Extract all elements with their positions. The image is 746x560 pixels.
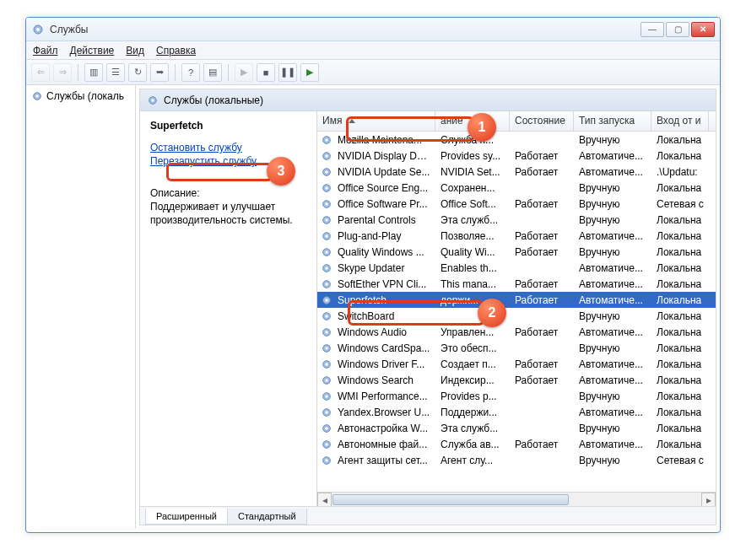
column-logon[interactable]: Вход от и: [651, 111, 709, 131]
scroll-right-arrow[interactable]: ▸: [701, 493, 716, 506]
table-row[interactable]: Skype UpdaterEnables th...Автоматиче...Л…: [317, 260, 716, 276]
pause-service-button[interactable]: ❚❚: [278, 63, 297, 82]
cell-startup: Автоматиче...: [574, 262, 651, 274]
table-row[interactable]: Автономные фай...Служба ав...РаботаетАвт…: [317, 436, 716, 452]
gear-icon: [321, 374, 332, 386]
table-row[interactable]: NVIDIA Display Dri...Provides sy...Работ…: [317, 148, 716, 164]
properties-button[interactable]: ☰: [106, 63, 125, 82]
table-row[interactable]: WMI Performance...Provides p...ВручнуюЛо…: [317, 388, 716, 404]
cell-startup: Автоматиче...: [574, 230, 651, 242]
table-row[interactable]: Quality Windows ...Quality Wi...Работает…: [317, 244, 716, 260]
maximize-button[interactable]: ▢: [666, 22, 689, 37]
cell-startup: Автоматиче...: [574, 150, 651, 162]
cell-logon: Локальна: [651, 358, 709, 370]
column-status[interactable]: Состояние: [510, 111, 574, 131]
refresh-button[interactable]: ↻: [128, 63, 147, 82]
gear-icon: [321, 246, 332, 258]
tab-bar: Расширенный Стандартный: [140, 506, 716, 525]
cell-logon: Локальна: [651, 294, 709, 306]
cell-logon: Локальна: [651, 342, 709, 354]
table-row[interactable]: SoftEther VPN Cli...This mana...Работает…: [317, 276, 716, 292]
cell-logon: .\Updatu:: [651, 166, 709, 178]
stop-service-button[interactable]: ■: [257, 63, 275, 82]
scroll-thumb[interactable]: [332, 494, 569, 505]
cell-logon: Локальна: [651, 326, 709, 338]
cell-name: Office Source Eng...: [332, 182, 435, 194]
annotation-badge-1: 1: [468, 113, 496, 142]
cell-description: Provides sy...: [435, 150, 510, 162]
table-row[interactable]: Superfetchдержи...РаботаетАвтоматиче...Л…: [317, 292, 716, 308]
gear-icon: [321, 230, 332, 242]
table-row[interactable]: Windows CardSpa...Это обесп...ВручнуюЛок…: [317, 340, 716, 356]
close-button[interactable]: ✕: [691, 22, 715, 37]
menu-file[interactable]: Файл: [33, 45, 58, 57]
table-row[interactable]: Windows AudioУправлен...РаботаетАвтомати…: [317, 324, 716, 340]
cell-name: Plug-and-Play: [332, 230, 435, 242]
description-label: Описание:: [150, 187, 306, 199]
tab-standard[interactable]: Стандартный: [227, 509, 307, 525]
cell-startup: Вручную: [574, 342, 651, 354]
column-headers: Имя ание Состояние Тип запуска Вход от и: [317, 111, 716, 132]
cell-name: Office Software Pr...: [332, 198, 435, 210]
action-pane-button[interactable]: ▤: [203, 63, 222, 82]
restart-service-button[interactable]: ▶: [300, 63, 319, 82]
cell-description: Позволяе...: [435, 230, 510, 242]
table-row[interactable]: Parental ControlsЭта служб...ВручнуюЛока…: [317, 212, 716, 228]
cell-status: Работает: [510, 358, 574, 370]
minimize-button[interactable]: —: [641, 22, 664, 37]
table-row[interactable]: Plug-and-PlayПозволяе...РаботаетАвтомати…: [317, 228, 716, 244]
tab-extended[interactable]: Расширенный: [145, 509, 228, 525]
cell-startup: Вручную: [574, 423, 651, 434]
cell-description: Сохранен...: [435, 182, 510, 194]
cell-startup: Автоматиче...: [574, 358, 651, 370]
start-service-button[interactable]: ▶: [235, 63, 253, 82]
table-row[interactable]: Yandex.Browser U...Поддержи...Автоматиче…: [317, 404, 716, 420]
annotation-badge-3: 3: [267, 157, 295, 186]
cell-description: Поддержи...: [435, 407, 510, 418]
table-row[interactable]: Windows SearchИндексир...РаботаетАвтомат…: [317, 372, 716, 388]
services-icon: [31, 23, 45, 36]
services-window: Службы — ▢ ✕ Файл Действие Вид Справка ⇐…: [25, 17, 721, 533]
gear-icon: [321, 390, 332, 402]
table-row[interactable]: NVIDIA Update Se...NVIDIA Set...Работает…: [317, 164, 716, 180]
cell-description: Индексир...: [435, 374, 510, 386]
titlebar[interactable]: Службы — ▢ ✕: [26, 18, 720, 41]
cell-logon: Локальна: [651, 423, 709, 434]
table-row[interactable]: Автонастройка W...Эта служб...ВручнуюЛок…: [317, 420, 716, 436]
tree-item-services-local[interactable]: Службы (локаль: [30, 89, 132, 104]
table-row[interactable]: Office Source Eng...Сохранен...ВручнуюЛо…: [317, 180, 716, 196]
svg-point-37: [325, 379, 328, 382]
cell-startup: Вручную: [574, 134, 651, 146]
cell-name: Windows Search: [332, 374, 435, 386]
stop-service-link[interactable]: Остановить службу: [150, 142, 306, 153]
export-button[interactable]: ➥: [150, 63, 169, 82]
svg-point-21: [325, 250, 328, 254]
gear-icon: [321, 407, 332, 418]
table-row[interactable]: Агент защиты сет...Агент слу...ВручнуюСе…: [317, 452, 716, 468]
table-row[interactable]: Mozilla Maintena...Служба п...ВручнуюЛок…: [317, 132, 716, 148]
forward-button[interactable]: ⇒: [53, 63, 72, 82]
description-text: Поддерживает и улучшает производительнос…: [150, 201, 306, 227]
cell-name: SwitchBoard: [332, 310, 435, 322]
menu-help[interactable]: Справка: [156, 45, 196, 57]
gear-icon: [321, 198, 332, 210]
service-rows[interactable]: Mozilla Maintena...Служба п...ВручнуюЛок…: [317, 132, 716, 492]
horizontal-scrollbar[interactable]: ◂ ▸: [317, 492, 716, 506]
menu-view[interactable]: Вид: [126, 45, 144, 57]
cell-logon: Локальна: [651, 182, 709, 194]
scroll-left-arrow[interactable]: ◂: [317, 493, 332, 506]
column-startup-type[interactable]: Тип запуска: [574, 111, 651, 131]
column-name[interactable]: Имя: [317, 111, 435, 131]
svg-point-3: [35, 94, 39, 98]
table-row[interactable]: Office Software Pr...Office Soft...Работ…: [317, 196, 716, 212]
back-button[interactable]: ⇐: [31, 63, 50, 82]
gear-icon: [321, 294, 332, 306]
cell-status: Работает: [510, 294, 574, 306]
menu-action[interactable]: Действие: [70, 45, 115, 57]
help-button[interactable]: ?: [181, 63, 200, 82]
table-row[interactable]: Windows Driver F...Создает п...РаботаетА…: [317, 356, 716, 372]
show-hide-tree-button[interactable]: ▥: [84, 63, 103, 82]
cell-name: NVIDIA Display Dri...: [332, 150, 435, 162]
cell-description: Эта служб...: [435, 214, 510, 226]
table-row[interactable]: SwitchBoardВручнуюЛокальна: [317, 308, 716, 324]
